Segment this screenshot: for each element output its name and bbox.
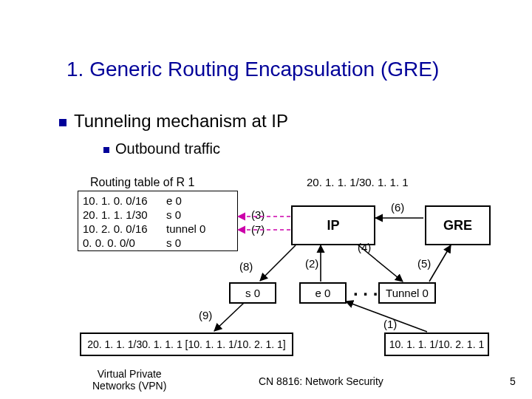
ip-box: IP (291, 205, 375, 245)
interface-e0-box: e 0 (299, 282, 347, 304)
step-8-label: (8) (239, 260, 253, 273)
step-7-label: (7) (251, 223, 265, 236)
footer-left-l2: Networks (VPN) (92, 380, 166, 392)
gre-box: GRE (425, 205, 491, 245)
routing-table-col-iface: e 0 s 0 tunnel 0 s 0 (166, 194, 205, 250)
step-2-label: (2) (305, 257, 318, 270)
bullet-level-1: Tunneling mechanism at IP (59, 111, 288, 132)
source-dest-label: 20. 1. 1. 1/30. 1. 1. 1 (307, 176, 409, 188)
interface-s0-box: s 0 (229, 282, 276, 304)
routing-table-col-prefix: 10. 1. 0. 0/16 20. 1. 1. 1/30 10. 2. 0. … (83, 194, 148, 250)
square-bullet-icon (103, 147, 109, 153)
bullet-level-2: Outbound traffic (103, 140, 220, 157)
bullet-1-text: Tunneling mechanism at IP (74, 111, 288, 131)
ellipsis-icon: . . . (353, 279, 378, 300)
original-packet-box: 10. 1. 1. 1/10. 2. 1. 1 (384, 332, 489, 356)
step-1-label: (1) (383, 318, 397, 330)
svg-line-4 (429, 245, 451, 282)
step-9-label: (9) (199, 309, 212, 321)
bullet-2-text: Outbound traffic (115, 140, 220, 157)
square-bullet-icon (59, 119, 66, 126)
step-5-label: (5) (417, 257, 431, 270)
routing-table-title: Routing table of R 1 (90, 176, 194, 189)
footer-left: Virtual Private Networks (VPN) (92, 368, 166, 392)
svg-line-8 (214, 303, 244, 331)
step-3-label: (3) (251, 208, 265, 221)
footer-page-number: 5 (510, 375, 516, 387)
slide-title: 1. Generic Routing Encapsulation (GRE) (66, 58, 439, 81)
footer-left-l1: Virtual Private (98, 368, 162, 380)
step-4-label: (4) (358, 241, 371, 253)
step-6-label: (6) (391, 201, 404, 214)
svg-line-7 (260, 245, 296, 281)
interface-tunnel0-box: Tunnel 0 (378, 282, 436, 304)
encapsulated-packet-box: 20. 1. 1. 1/30. 1. 1. 1 [10. 1. 1. 1/10.… (80, 332, 293, 356)
footer-center: CN 8816: Network Security (259, 375, 383, 387)
